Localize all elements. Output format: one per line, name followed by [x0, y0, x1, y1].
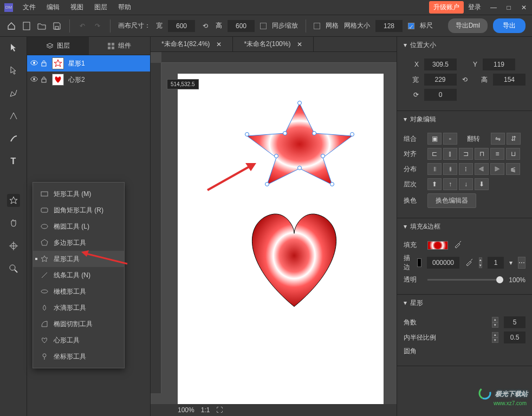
export-dml-button[interactable]: 导出Dml	[448, 18, 488, 33]
ungroup-icon[interactable]: ▫	[443, 133, 457, 145]
back-icon[interactable]: ⬇	[475, 178, 489, 190]
line-tool-item[interactable]: 线条工具 (N)	[33, 267, 124, 283]
stroke-width-spinner[interactable]: ▴▾	[479, 257, 482, 268]
grid-checkbox[interactable]	[314, 23, 320, 29]
rect-tool-item[interactable]: 矩形工具 (M)	[33, 186, 124, 202]
stroke-style-dropdown[interactable]: ▾	[509, 259, 512, 266]
grid-size-input[interactable]	[375, 20, 403, 32]
zoom-value[interactable]: 100%	[178, 406, 194, 414]
upgrade-button[interactable]: 升级账户	[429, 1, 464, 14]
ellipse-tool-item[interactable]: 椭圆工具 (L)	[33, 218, 124, 235]
inner-radius-spinner[interactable]: ▴▾	[492, 332, 498, 343]
dist-2-icon[interactable]: ⫵	[443, 163, 457, 175]
home-icon[interactable]	[7, 21, 16, 31]
pin-tool-item[interactable]: 坐标形工具	[33, 348, 124, 365]
doc-tab[interactable]: *未命名1(82.4%)✕	[151, 37, 233, 51]
pen-tool[interactable]	[7, 87, 20, 100]
maximize-icon[interactable]: □	[505, 4, 512, 11]
dist-1-icon[interactable]: ⫴	[427, 163, 442, 175]
heart-shape[interactable]	[232, 204, 356, 312]
export-button[interactable]: 导出	[493, 18, 525, 33]
menu-file[interactable]: 文件	[18, 1, 40, 14]
crosshair-tool[interactable]	[7, 239, 20, 252]
x-input[interactable]	[424, 58, 457, 70]
front-icon[interactable]: ⬆	[427, 178, 442, 190]
open-icon[interactable]	[37, 21, 47, 31]
recolor-editor-button[interactable]: 换色编辑器	[427, 193, 476, 208]
y-input[interactable]	[483, 58, 515, 70]
hand-tool[interactable]	[7, 217, 20, 230]
lock-icon[interactable]	[41, 60, 48, 67]
rotation-input[interactable]	[424, 89, 457, 101]
doc-tab[interactable]: *未命名2(100%)✕	[233, 37, 314, 51]
lock-icon[interactable]	[41, 76, 48, 83]
drop-tool-item[interactable]: 水滴形工具	[33, 300, 124, 316]
section-star[interactable]: ▾星形	[397, 295, 532, 311]
flip-v-icon[interactable]: ⇵	[507, 133, 521, 145]
canvas-height-input[interactable]	[228, 20, 255, 32]
close-icon[interactable]: ✕	[520, 4, 528, 11]
select-tool[interactable]	[7, 41, 20, 54]
zoom-tool[interactable]	[7, 262, 20, 275]
align-middle-icon[interactable]: ≡	[490, 148, 504, 160]
inner-radius-input[interactable]	[504, 332, 525, 343]
undo-icon[interactable]: ↶	[77, 21, 87, 31]
visibility-icon[interactable]	[30, 60, 37, 67]
anchor-tool[interactable]	[7, 109, 20, 122]
components-tab[interactable]: 组件	[89, 37, 151, 55]
align-right-icon[interactable]: ⊐	[459, 148, 473, 160]
stroke-width-input[interactable]	[488, 257, 504, 269]
layer-row[interactable]: 星形1	[27, 55, 150, 72]
link-icon[interactable]: ⟲	[200, 21, 210, 31]
dist-4-icon[interactable]: ⫷	[475, 163, 489, 175]
flip-h-icon[interactable]: ⇋	[491, 133, 505, 145]
text-tool[interactable]: T	[7, 155, 20, 168]
menu-edit[interactable]: 编辑	[42, 1, 64, 14]
align-left-icon[interactable]: ⊏	[427, 148, 442, 160]
align-top-icon[interactable]: ⊓	[475, 148, 489, 160]
backward-icon[interactable]: ↓	[459, 178, 473, 190]
menu-layer[interactable]: 图层	[90, 1, 112, 14]
login-button[interactable]: 登录	[468, 3, 481, 12]
stroke-color-input[interactable]	[427, 257, 459, 269]
brush-tool[interactable]	[7, 132, 20, 145]
w-input[interactable]	[424, 74, 457, 86]
zoom-ratio[interactable]: 1:1	[201, 406, 210, 414]
close-tab-icon[interactable]: ✕	[216, 41, 222, 48]
align-center-icon[interactable]: ⫿	[443, 148, 457, 160]
points-spinner[interactable]: ▴▾	[492, 317, 498, 328]
eyedropper-icon[interactable]	[465, 258, 473, 268]
points-input[interactable]	[504, 316, 525, 328]
canvas[interactable]	[178, 74, 384, 404]
fit-icon[interactable]: ⛶	[216, 406, 223, 414]
menu-view[interactable]: 视图	[66, 1, 88, 14]
visibility-icon[interactable]	[30, 76, 37, 83]
group-icon[interactable]: ▣	[427, 133, 442, 145]
new-icon[interactable]	[22, 21, 31, 31]
heart-tool-item[interactable]: 心形工具	[33, 332, 124, 348]
polygon-tool-item[interactable]: 多边形工具	[33, 235, 124, 251]
dist-5-icon[interactable]: ⫸	[490, 163, 504, 175]
redo-icon[interactable]: ↷	[93, 21, 102, 31]
olive-tool-item[interactable]: 橄榄形工具	[33, 283, 124, 300]
section-obj-edit[interactable]: ▾对象编辑	[397, 111, 532, 127]
sync-checkbox[interactable]	[260, 23, 267, 29]
arc-tool-item[interactable]: 椭圆切割工具	[33, 316, 124, 332]
close-tab-icon[interactable]: ✕	[297, 41, 302, 48]
layers-tab[interactable]: 图层	[27, 37, 89, 55]
direct-select-tool[interactable]	[7, 64, 20, 77]
link-wh-icon[interactable]: ⟲	[462, 76, 468, 83]
canvas-width-input[interactable]	[168, 20, 195, 32]
layer-row[interactable]: 心形2	[27, 72, 150, 88]
minimize-icon[interactable]: —	[490, 4, 497, 11]
dist-3-icon[interactable]: ⫶	[459, 163, 473, 175]
menu-help[interactable]: 帮助	[114, 1, 135, 14]
ruler-checkbox[interactable]: ✓	[408, 23, 414, 29]
forward-icon[interactable]: ↑	[443, 178, 457, 190]
dist-6-icon[interactable]: ⫹	[506, 163, 520, 175]
shape-tool[interactable]	[7, 194, 20, 207]
fill-swatch[interactable]	[427, 241, 448, 250]
opacity-slider[interactable]	[427, 279, 503, 281]
eyedropper-icon[interactable]	[453, 240, 462, 250]
h-input[interactable]	[493, 74, 525, 86]
